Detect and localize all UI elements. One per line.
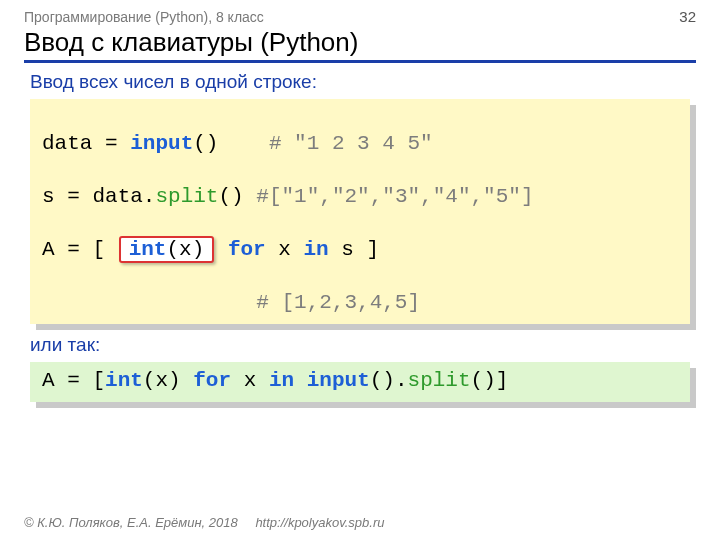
page-number: 32 (679, 8, 696, 25)
code-token: (x) (143, 369, 193, 392)
code-comment: # [1,2,3,4,5] (256, 291, 420, 314)
code-token: x (231, 369, 269, 392)
code-method: split (155, 185, 218, 208)
code-token: = (55, 238, 93, 261)
code-keyword: for (193, 369, 231, 392)
code-keyword: input (130, 132, 193, 155)
code-panel-yellow: data = input() # "1 2 3 4 5" s = data.sp… (30, 99, 690, 324)
code-token: ()] (471, 369, 509, 392)
code-comment: # "1 2 3 4 5" (269, 132, 433, 155)
code-line: s = data.split() #["1","2","3","4","5"] (42, 184, 678, 210)
code-token: A (42, 238, 55, 261)
code-token: () (193, 132, 218, 155)
footer: © К.Ю. Поляков, Е.А. Ерёмин, 2018 http:/… (24, 515, 384, 530)
code-keyword: in (304, 238, 329, 261)
code-token: [ (92, 238, 117, 261)
code-token: = (55, 369, 93, 392)
code-token (42, 291, 256, 314)
code-token: x (266, 238, 304, 261)
subhead-2: или так: (30, 334, 690, 356)
code-line: data = input() # "1 2 3 4 5" (42, 131, 678, 157)
code-token: data (42, 132, 92, 155)
code-token: = (92, 132, 130, 155)
code-token (294, 369, 307, 392)
copyright: © К.Ю. Поляков, Е.А. Ерёмин, 2018 (24, 515, 238, 530)
code-token: s ] (329, 238, 379, 261)
code-line: A = [int(x) for x in input().split()] (42, 368, 678, 394)
course-label: Программирование (Python), 8 класс (24, 9, 264, 25)
code-token: (x) (166, 238, 204, 261)
code-keyword: input (307, 369, 370, 392)
code-token: s (42, 185, 55, 208)
code-token: [ (92, 369, 105, 392)
code-block-1: data = input() # "1 2 3 4 5" s = data.sp… (30, 99, 690, 324)
code-panel-green: A = [int(x) for x in input().split()] (30, 362, 690, 402)
highlight-box: int(x) (119, 236, 215, 263)
code-line: # [1,2,3,4,5] (42, 290, 678, 316)
code-keyword: int (105, 369, 143, 392)
page-title: Ввод с клавиатуры (Python) (24, 27, 696, 63)
code-token: (). (370, 369, 408, 392)
code-line: A = [ int(x) for x in s ] (42, 236, 678, 263)
code-comment: #["1","2","3","4","5"] (256, 185, 533, 208)
code-token: () (218, 185, 243, 208)
code-token (215, 238, 228, 261)
code-keyword: int (129, 238, 167, 261)
code-token (218, 132, 268, 155)
code-block-2: A = [int(x) for x in input().split()] (30, 362, 690, 402)
top-bar: Программирование (Python), 8 класс 32 (24, 8, 696, 25)
subhead-1: Ввод всех чисел в одной строке: (30, 71, 690, 93)
code-token: data. (92, 185, 155, 208)
footer-link: http://kpolyakov.spb.ru (255, 515, 384, 530)
code-token: A (42, 369, 55, 392)
code-method: split (408, 369, 471, 392)
code-keyword: for (228, 238, 266, 261)
code-keyword: in (269, 369, 294, 392)
code-token (244, 185, 257, 208)
code-token: = (55, 185, 93, 208)
slide: Программирование (Python), 8 класс 32 Вв… (0, 0, 720, 540)
